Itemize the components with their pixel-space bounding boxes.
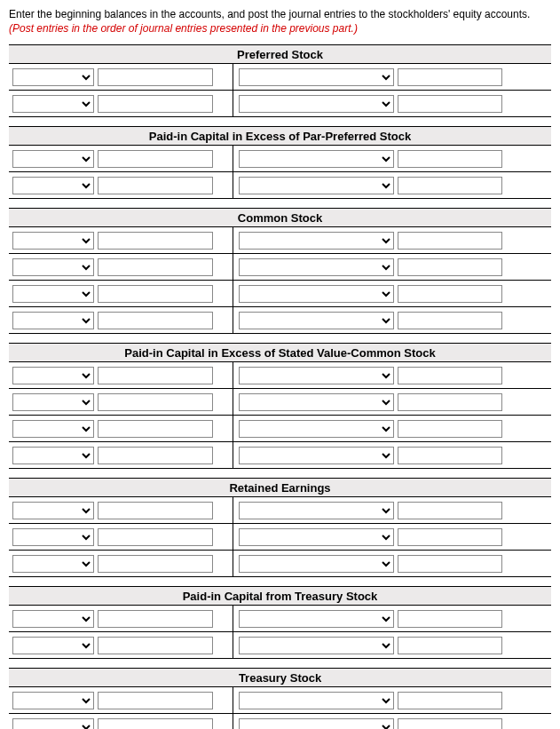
debit-amount-input[interactable] [98, 610, 213, 628]
ledger-row [9, 632, 551, 659]
credit-desc-select[interactable] [239, 285, 394, 303]
ledger-row [9, 146, 551, 172]
debit-desc-select[interactable] [12, 312, 94, 329]
account-block: Common Stock [9, 208, 551, 334]
debit-amount-input[interactable] [98, 528, 213, 546]
credit-desc-select[interactable] [239, 177, 394, 194]
ledger-row [9, 254, 551, 281]
debit-amount-input[interactable] [98, 150, 213, 168]
debit-amount-input[interactable] [98, 718, 213, 729]
credit-amount-input[interactable] [398, 637, 502, 654]
account-header: Paid-in Capital from Treasury Stock [9, 586, 551, 606]
ledger-row [9, 389, 551, 416]
account-body [9, 497, 551, 577]
account-header: Paid-in Capital in Excess of Par-Preferr… [9, 126, 551, 146]
credit-desc-select[interactable] [239, 232, 394, 250]
debit-desc-select[interactable] [12, 150, 94, 168]
center-divider [233, 64, 233, 90]
debit-amount-input[interactable] [98, 95, 213, 113]
debit-amount-input[interactable] [98, 258, 213, 276]
credit-amount-input[interactable] [398, 502, 502, 519]
credit-amount-input[interactable] [398, 610, 502, 628]
ledger-row [9, 307, 551, 334]
credit-amount-input[interactable] [398, 420, 502, 438]
debit-amount-input[interactable] [98, 637, 213, 654]
ledger-row [9, 91, 551, 117]
debit-desc-select[interactable] [12, 718, 94, 729]
debit-desc-select[interactable] [12, 285, 94, 303]
debit-desc-select[interactable] [12, 692, 94, 709]
credit-desc-select[interactable] [239, 258, 394, 276]
account-body [9, 146, 551, 199]
debit-amount-input[interactable] [98, 555, 213, 573]
debit-amount-input[interactable] [98, 447, 213, 464]
debit-amount-input[interactable] [98, 285, 213, 303]
center-divider [233, 281, 233, 306]
credit-amount-input[interactable] [398, 68, 502, 86]
credit-amount-input[interactable] [398, 528, 502, 546]
credit-desc-select[interactable] [239, 367, 394, 384]
credit-desc-select[interactable] [239, 637, 394, 654]
debit-desc-select[interactable] [12, 555, 94, 573]
credit-amount-input[interactable] [398, 447, 502, 464]
debit-desc-select[interactable] [12, 393, 94, 411]
credit-amount-input[interactable] [398, 312, 502, 329]
credit-desc-select[interactable] [239, 150, 394, 168]
debit-amount-input[interactable] [98, 232, 213, 250]
credit-desc-select[interactable] [239, 610, 394, 628]
credit-amount-input[interactable] [398, 285, 502, 303]
account-body [9, 227, 551, 334]
credit-desc-select[interactable] [239, 420, 394, 438]
debit-desc-select[interactable] [12, 367, 94, 384]
credit-desc-select[interactable] [239, 95, 394, 113]
debit-desc-select[interactable] [12, 447, 94, 464]
ledger-row [9, 524, 551, 551]
account-body [9, 362, 551, 469]
account-header: Paid-in Capital in Excess of Stated Valu… [9, 343, 551, 362]
debit-desc-select[interactable] [12, 420, 94, 438]
debit-amount-input[interactable] [98, 177, 213, 194]
account-header: Treasury Stock [9, 668, 551, 687]
credit-desc-select[interactable] [239, 393, 394, 411]
credit-desc-select[interactable] [239, 718, 394, 729]
credit-desc-select[interactable] [239, 68, 394, 86]
debit-desc-select[interactable] [12, 637, 94, 654]
credit-desc-select[interactable] [239, 502, 394, 519]
debit-desc-select[interactable] [12, 502, 94, 519]
credit-amount-input[interactable] [398, 555, 502, 573]
credit-amount-input[interactable] [398, 150, 502, 168]
debit-desc-select[interactable] [12, 68, 94, 86]
debit-desc-select[interactable] [12, 95, 94, 113]
debit-desc-select[interactable] [12, 232, 94, 250]
credit-desc-select[interactable] [239, 312, 394, 329]
credit-desc-select[interactable] [239, 447, 394, 464]
debit-amount-input[interactable] [98, 68, 213, 86]
credit-amount-input[interactable] [398, 367, 502, 384]
debit-desc-select[interactable] [12, 258, 94, 276]
debit-amount-input[interactable] [98, 420, 213, 438]
instructions-text: Enter the beginning balances in the acco… [9, 7, 551, 36]
debit-desc-select[interactable] [12, 177, 94, 194]
credit-amount-input[interactable] [398, 692, 502, 709]
debit-amount-input[interactable] [98, 312, 213, 329]
ledger-row [9, 362, 551, 389]
debit-amount-input[interactable] [98, 502, 213, 519]
credit-amount-input[interactable] [398, 258, 502, 276]
credit-desc-select[interactable] [239, 692, 394, 709]
credit-amount-input[interactable] [398, 718, 502, 729]
debit-amount-input[interactable] [98, 367, 213, 384]
center-divider [233, 442, 233, 468]
center-divider [233, 146, 233, 171]
credit-amount-input[interactable] [398, 232, 502, 250]
credit-amount-input[interactable] [398, 177, 502, 194]
debit-desc-select[interactable] [12, 528, 94, 546]
credit-amount-input[interactable] [398, 95, 502, 113]
debit-desc-select[interactable] [12, 610, 94, 628]
credit-desc-select[interactable] [239, 528, 394, 546]
credit-desc-select[interactable] [239, 555, 394, 573]
ledger-row [9, 551, 551, 577]
account-block: Paid-in Capital from Treasury Stock [9, 586, 551, 659]
debit-amount-input[interactable] [98, 692, 213, 709]
debit-amount-input[interactable] [98, 393, 213, 411]
credit-amount-input[interactable] [398, 393, 502, 411]
